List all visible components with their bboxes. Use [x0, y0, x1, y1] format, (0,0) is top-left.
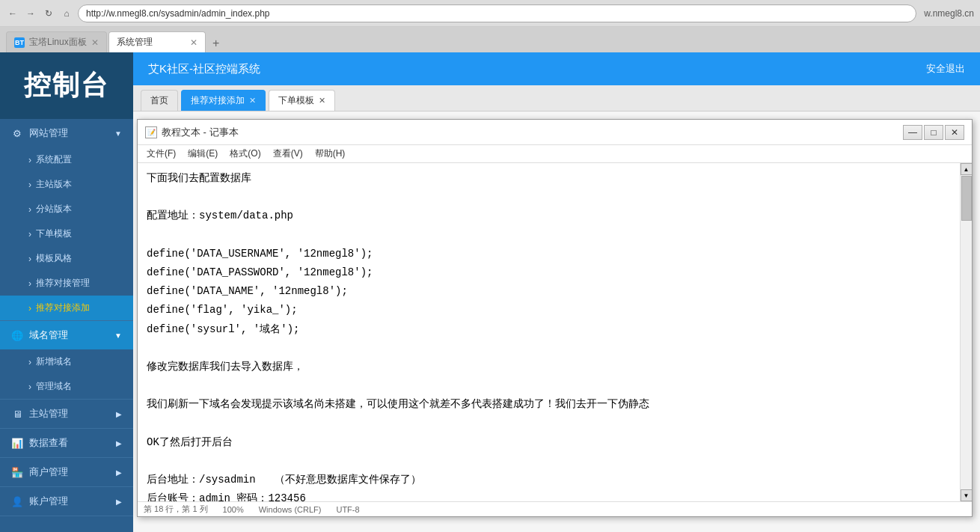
domain-icon: 🌐 — [11, 329, 23, 341]
section-account-label: 账户管理 — [29, 495, 68, 508]
merchant-icon: 🏪 — [11, 466, 23, 478]
sidebar-item-order-tpl[interactable]: › 下单模板 — [0, 221, 133, 246]
sidebar-item-manage-domain[interactable]: › 管理域名 — [0, 374, 133, 399]
add-domain-label: 新增域名 — [36, 355, 72, 368]
home-button[interactable]: ⌂ — [60, 7, 73, 20]
scrollbar-down[interactable]: ▼ — [961, 489, 973, 501]
notepad-icon: 📝 — [145, 126, 157, 138]
tab1-close[interactable]: ✕ — [91, 37, 99, 48]
recommend-tab-label: 推荐对接添加 — [191, 94, 245, 107]
back-button[interactable]: ← — [6, 7, 19, 20]
notepad-window: 📝 教程文本 - 记事本 — □ ✕ 文件(F) 编辑(E) 格式(O) 查看(… — [137, 119, 973, 517]
section-main-site-label: 主站管理 — [29, 407, 68, 421]
sys-config-label: 系统配置 — [36, 153, 72, 166]
status-ln: 第 18 行，第 1 列 — [144, 504, 208, 515]
browser-tab-1[interactable]: BT 宝塔Linux面板 ✕ — [6, 31, 107, 52]
scrollbar-track — [961, 175, 972, 489]
section-data-view-header[interactable]: 📊 数据查看 ▶ — [0, 429, 133, 457]
page-tab-bar: 首页 推荐对接添加 ✕ 下单模板 ✕ — [133, 85, 980, 111]
address-bar[interactable]: http://w.nmegl8.cn/sysadmin/admin_index.… — [78, 4, 916, 22]
recommend-add-label: 推荐对接添加 — [36, 302, 90, 314]
data-view-icon: 📊 — [11, 437, 23, 449]
arrow-icon: › — [28, 204, 31, 215]
section-data-view-label: 数据查看 — [29, 436, 68, 450]
sidebar-item-tpl-style[interactable]: › 模板风格 — [0, 246, 133, 271]
status-encoding: Windows (CRLF) — [259, 505, 322, 514]
bt-icon: BT — [14, 37, 25, 48]
section-website-header[interactable]: ⚙ 网站管理 ▼ — [0, 119, 133, 147]
browser-tab-2[interactable]: 系统管理 ✕ — [108, 31, 206, 52]
menu-help[interactable]: 帮助(H) — [309, 146, 352, 162]
account-icon: 👤 — [11, 495, 23, 507]
arrow-icon: › — [28, 382, 31, 392]
manage-domain-label: 管理域名 — [36, 380, 72, 393]
menu-format[interactable]: 格式(O) — [224, 146, 266, 162]
page-tab-template[interactable]: 下单模板 ✕ — [269, 90, 335, 111]
main-content: 艾K社区-社区控端系统 安全退出 首页 推荐对接添加 ✕ 下单模板 ✕ — [133, 52, 980, 532]
menu-view[interactable]: 查看(V) — [267, 146, 309, 162]
main-site-icon: 🖥 — [11, 408, 23, 420]
section-main-site: 🖥 主站管理 ▶ — [0, 400, 133, 429]
sidebar: 控制台 ⚙ 网站管理 ▼ › 系统配置 › 主站版本 › — [0, 52, 133, 532]
arrow-icon: › — [28, 155, 31, 165]
app-container: 控制台 ⚙ 网站管理 ▼ › 系统配置 › 主站版本 › — [0, 52, 980, 532]
close-button[interactable]: ✕ — [945, 125, 964, 140]
notepad-body: 下面我们去配置数据库 配置地址：system/data.php define('… — [138, 163, 972, 501]
refresh-button[interactable]: ↻ — [42, 7, 55, 20]
merchant-arrow: ▶ — [116, 468, 122, 477]
sidebar-item-sub-ver[interactable]: › 分站版本 — [0, 197, 133, 221]
status-zoom: 100% — [223, 505, 244, 514]
top-bar-title: 艾K社区-社区控端系统 — [148, 62, 260, 76]
tab1-label: 宝塔Linux面板 — [29, 36, 87, 49]
sidebar-item-recommend-add[interactable]: › 推荐对接添加 — [0, 296, 133, 320]
notepad-title-text: 教程文本 - 记事本 — [162, 126, 239, 139]
maximize-button[interactable]: □ — [924, 125, 943, 140]
sidebar-logo: 控制台 — [0, 52, 133, 119]
arrow-icon: › — [28, 254, 31, 264]
page-tab-home[interactable]: 首页 — [141, 90, 178, 111]
page-tab-recommend[interactable]: 推荐对接添加 ✕ — [181, 90, 266, 111]
section-merchant: 🏪 商户管理 ▶ — [0, 458, 133, 487]
template-tab-label: 下单模板 — [278, 94, 314, 107]
scrollbar-up[interactable]: ▲ — [961, 163, 973, 175]
url-text: http://w.nmegl8.cn/sysadmin/admin_index.… — [86, 8, 269, 19]
content-area: 📝 教程文本 - 记事本 — □ ✕ 文件(F) 编辑(E) 格式(O) 查看(… — [133, 111, 980, 532]
logo-text: 控制台 — [24, 67, 109, 104]
section-main-site-header[interactable]: 🖥 主站管理 ▶ — [0, 400, 133, 428]
menu-edit[interactable]: 编辑(E) — [182, 146, 224, 162]
new-tab-button[interactable]: + — [207, 34, 225, 52]
sidebar-item-sys-config[interactable]: › 系统配置 — [0, 147, 133, 172]
section-merchant-header[interactable]: 🏪 商户管理 ▶ — [0, 458, 133, 486]
order-tpl-label: 下单模板 — [36, 227, 72, 240]
minimize-button[interactable]: — — [903, 125, 922, 140]
section-domain-label: 域名管理 — [29, 328, 68, 342]
notepad-scrollbar[interactable]: ▲ ▼ — [960, 163, 972, 501]
section-website: ⚙ 网站管理 ▼ › 系统配置 › 主站版本 › 分站版本 › — [0, 119, 133, 321]
sidebar-item-main-ver[interactable]: › 主站版本 — [0, 172, 133, 197]
menu-file[interactable]: 文件(F) — [141, 146, 182, 162]
scrollbar-thumb[interactable] — [961, 176, 972, 221]
browser-toolbar: ← → ↻ ⌂ http://w.nmegl8.cn/sysadmin/admi… — [0, 0, 980, 27]
section-merchant-label: 商户管理 — [29, 465, 68, 479]
account-arrow: ▶ — [116, 498, 122, 506]
section-account-header[interactable]: 👤 账户管理 ▶ — [0, 487, 133, 516]
notepad-statusbar: 第 18 行，第 1 列 100% Windows (CRLF) UTF-8 — [138, 501, 972, 516]
arrow-icon: › — [28, 303, 31, 314]
recommend-tab-close[interactable]: ✕ — [249, 96, 256, 106]
tab2-close[interactable]: ✕ — [190, 37, 197, 48]
website-icon: ⚙ — [11, 127, 23, 139]
forward-button[interactable]: → — [24, 7, 37, 20]
data-view-arrow: ▶ — [116, 439, 122, 447]
notepad-title: 📝 教程文本 - 记事本 — [145, 126, 239, 139]
sidebar-item-add-domain[interactable]: › 新增域名 — [0, 349, 133, 374]
browser-tabs: BT 宝塔Linux面板 ✕ 系统管理 ✕ + — [0, 27, 980, 52]
section-domain-header[interactable]: 🌐 域名管理 ▼ — [0, 321, 133, 349]
arrow-icon: › — [28, 278, 31, 289]
notepad-text-area[interactable]: 下面我们去配置数据库 配置地址：system/data.php define('… — [138, 163, 960, 501]
top-bar: 艾K社区-社区控端系统 安全退出 — [133, 52, 980, 85]
tpl-style-label: 模板风格 — [36, 252, 72, 265]
template-tab-close[interactable]: ✕ — [319, 96, 325, 106]
logout-button[interactable]: 安全退出 — [926, 62, 965, 76]
notepad-titlebar: 📝 教程文本 - 记事本 — □ ✕ — [138, 120, 972, 145]
sidebar-item-recommend-mgr[interactable]: › 推荐对接管理 — [0, 271, 133, 296]
